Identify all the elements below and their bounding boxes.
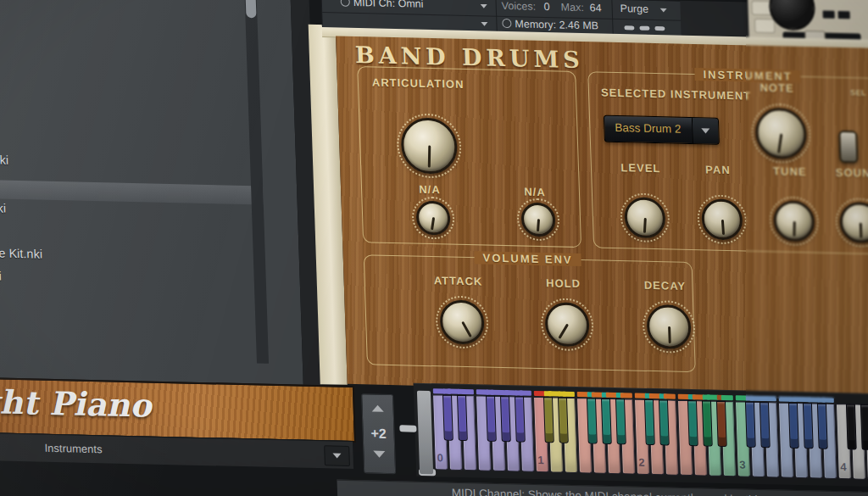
tune-knob[interactable] (773, 200, 815, 242)
piano-key-black[interactable] (515, 396, 526, 442)
instruments-dropdown-label[interactable]: Instruments (44, 442, 102, 456)
piano-key-black[interactable] (802, 403, 813, 449)
sel-by-midi-toggle[interactable] (838, 131, 858, 164)
instruments-dropdown-button[interactable] (324, 445, 350, 466)
selected-file-row[interactable] (0, 179, 264, 205)
minimize-handle[interactable] (654, 26, 665, 31)
articulation-title: ARTICULATION (372, 75, 465, 90)
file-item[interactable]: ledge Kit.nki (0, 246, 42, 261)
piano-key-black[interactable] (600, 398, 611, 444)
piano-key-black[interactable] (701, 400, 712, 446)
note-label: NOTE (760, 81, 794, 95)
piano-key-black[interactable] (759, 402, 770, 448)
pan-label: PAN (705, 163, 731, 176)
transpose-control: +2 (361, 393, 396, 474)
articulation-sub-knob-2[interactable] (520, 202, 555, 237)
level-label: LEVEL (620, 161, 660, 175)
key-color-tab (620, 393, 632, 398)
memory-icon (502, 19, 511, 28)
minimize-handle[interactable] (624, 25, 634, 30)
chevron-down-icon[interactable] (481, 4, 487, 8)
memory-value: 2.46 MB (559, 19, 598, 31)
mute-button[interactable] (754, 19, 776, 34)
transpose-value: +2 (363, 426, 394, 442)
keyboard-scroll-handle[interactable] (399, 425, 416, 432)
piano-key-black[interactable] (687, 400, 698, 446)
level-knob[interactable] (624, 197, 666, 238)
transpose-up-icon[interactable] (372, 405, 384, 412)
display-slot (823, 10, 835, 18)
piano-key-black[interactable] (744, 402, 755, 448)
sel-by-midi-label: SEL BY MIDI (850, 88, 868, 98)
decay-knob[interactable] (646, 304, 692, 349)
file-item[interactable]: pet.nki (0, 153, 8, 167)
attack-knob[interactable] (439, 299, 485, 344)
piano-key-black[interactable] (845, 404, 856, 449)
volume-knob[interactable] (769, 0, 816, 31)
chevron-down-icon (701, 128, 709, 133)
piano-key-black[interactable] (557, 397, 568, 443)
library-banner-title: ght Piano (0, 382, 152, 425)
piano-key-black[interactable] (486, 396, 497, 442)
sound-label: SOUND (836, 166, 868, 180)
piano-key-black[interactable] (586, 398, 597, 443)
piano-key-black[interactable] (542, 397, 554, 443)
selected-instrument-dropdown[interactable]: Bass Drum 2 (604, 115, 720, 145)
octave-label: 4 (840, 460, 847, 473)
piano-key-black[interactable] (615, 398, 626, 444)
keyboard-left-cap (417, 391, 433, 474)
piano-key-black[interactable] (816, 403, 827, 449)
chevron-down-icon[interactable] (481, 22, 487, 26)
piano-key-black[interactable] (457, 395, 468, 441)
max-value: 64 (589, 2, 601, 14)
midi-ch-label: MIDI Ch: (353, 0, 396, 9)
midi-icon (341, 0, 350, 7)
chevron-down-icon[interactable] (660, 8, 667, 13)
key-color-tab (721, 395, 733, 400)
memory-label: Memory: (515, 18, 556, 31)
max-label: Max: (560, 1, 584, 14)
sound-knob[interactable] (839, 202, 868, 243)
tune-label: TUNE (773, 164, 807, 178)
status-hint-text: MIDI Channel: Shows the MIDI channel cur… (452, 487, 861, 496)
volume-env-section: VOLUME ENV ATTACK HOLD DECAY (364, 254, 696, 372)
attack-label: ATTACK (434, 274, 483, 287)
kontakt-window: ikiipet.nkins.nkikiledge Kit.nkis.nki gh… (0, 0, 868, 496)
browser-scrollbar-track[interactable] (243, 0, 269, 364)
dropdown-arrow-button[interactable] (692, 118, 719, 144)
piano-key-black[interactable] (860, 404, 868, 450)
browser-scrollbar-thumb[interactable] (245, 0, 256, 18)
articulation-knob1-label: N/A (419, 183, 441, 197)
file-browser-panel: ikiipet.nkins.nkikiledge Kit.nkis.nki (0, 0, 303, 385)
articulation-knob[interactable] (400, 117, 458, 175)
octave-label: 2 (638, 456, 645, 469)
hold-label: HOLD (546, 276, 581, 290)
minimize-handle[interactable] (639, 26, 649, 31)
piano-key-black[interactable] (658, 399, 669, 445)
instrument-title: INSTRUMENT (694, 68, 801, 83)
piano-key-black[interactable] (500, 396, 511, 442)
memory-field: Memory: 2.46 MB (502, 18, 598, 32)
piano-key-black[interactable] (787, 403, 798, 449)
key-color-tab (664, 393, 676, 398)
pan-knob[interactable] (701, 198, 743, 240)
piano-key-black[interactable] (643, 399, 654, 445)
library-banner: ght Piano (0, 377, 356, 443)
octave-label: 1 (537, 454, 544, 466)
chevron-down-icon (332, 454, 341, 459)
hold-knob[interactable] (544, 302, 590, 347)
band-drums-panel: BAND DRUMS ARTICULATION N/A N/A INSTRUME… (336, 36, 868, 400)
articulation-sub-knob-1[interactable] (415, 201, 450, 236)
voices-value: 0 (543, 1, 549, 13)
piano-key-black[interactable] (442, 394, 453, 440)
file-item[interactable]: s.nki (0, 269, 2, 283)
transpose-down-icon[interactable] (373, 451, 385, 458)
octave-label: 0 (437, 451, 443, 464)
purge-button[interactable]: Purge (620, 3, 648, 15)
selected-instrument-label: SELECTED INSTRUMENT (601, 86, 752, 103)
key-color-tab (462, 389, 474, 394)
file-item[interactable]: ns.nki (0, 201, 6, 215)
midi-ch-value[interactable]: Omni (398, 0, 423, 10)
piano-key-black[interactable] (715, 401, 726, 447)
note-knob[interactable] (754, 108, 807, 159)
